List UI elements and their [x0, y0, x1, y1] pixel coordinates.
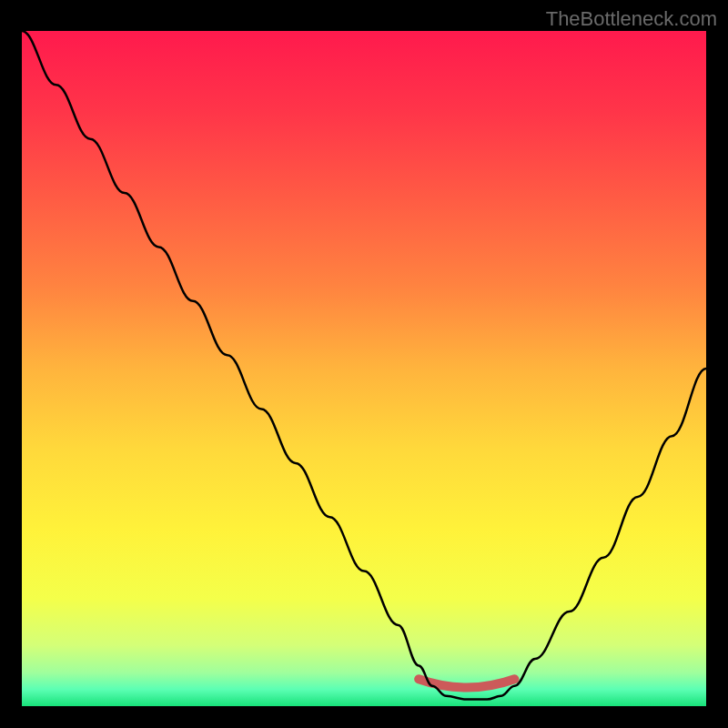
bottleneck-curve	[22, 31, 706, 700]
plot-area	[22, 31, 706, 706]
watermark-text: TheBottleneck.com	[546, 7, 717, 31]
curve-layer	[22, 31, 706, 706]
